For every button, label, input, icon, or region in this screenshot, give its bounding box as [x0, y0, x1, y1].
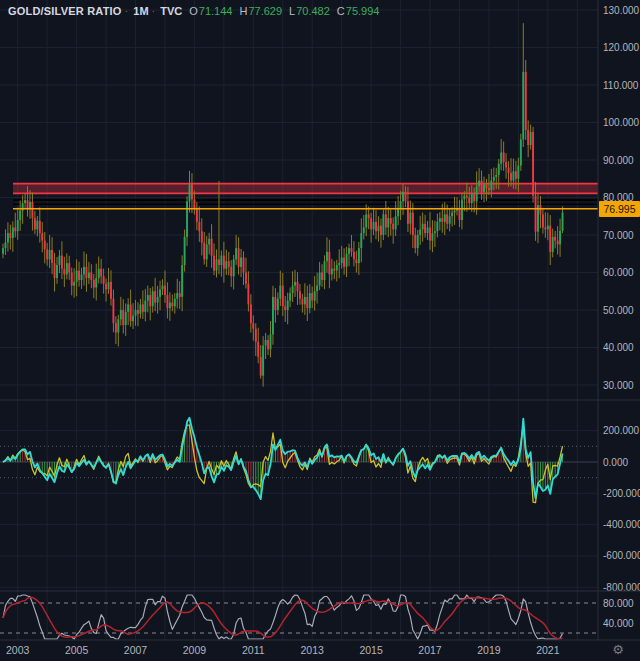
oscillator-axis-tick: -400.000 — [603, 519, 640, 530]
symbol-title[interactable]: GOLD/SILVER RATIO — [8, 5, 122, 17]
price-axis-tick: 40.000 — [603, 342, 634, 353]
interval-label[interactable]: 1M — [133, 5, 148, 17]
open-key: O — [189, 5, 198, 17]
price-axis-tick: 50.000 — [603, 305, 634, 316]
stoch-axis-tick: 80.000 — [603, 598, 634, 609]
price-axis-tick: 130.000 — [603, 5, 640, 16]
low-key: L — [289, 5, 295, 17]
time-axis-year-label: 2003 — [6, 644, 30, 656]
time-axis-year-label: 2007 — [124, 644, 148, 656]
time-axis-year-label: 2013 — [301, 644, 325, 656]
price-axis-tick: 30.000 — [603, 380, 634, 391]
close-value: 75.994 — [346, 5, 380, 17]
oscillator-axis-tick: 200.000 — [603, 425, 640, 436]
time-axis-year-label: 2015 — [359, 644, 383, 656]
time-axis-year-label: 2009 — [183, 644, 207, 656]
price-axis-tick: 70.000 — [603, 230, 634, 241]
close-key: C — [337, 5, 345, 17]
price-axis-tick: 120.000 — [603, 42, 640, 53]
tradingview-chart-window: GOLD/SILVER RATIO·1M·TVCO71.144H77.629L7… — [0, 0, 640, 661]
oscillator-axis-tick: -200.000 — [603, 488, 640, 499]
chart-canvas[interactable]: 130.000120.000110.000100.00090.00080.000… — [0, 0, 640, 661]
price-axis-tick: 110.000 — [603, 80, 639, 91]
stoch-axis-tick: 40.000 — [603, 618, 634, 629]
price-axis-tick: 60.000 — [603, 267, 634, 278]
resistance-zone — [13, 184, 598, 194]
time-axis-year-label: 2019 — [477, 644, 501, 656]
time-axis-year-label: 2005 — [65, 644, 89, 656]
symbol-legend[interactable]: GOLD/SILVER RATIO·1M·TVCO71.144H77.629L7… — [8, 5, 379, 17]
price-line-label: 76.995 — [599, 201, 640, 217]
oscillator-histogram — [5, 418, 562, 499]
price-axis-tick: 90.000 — [603, 155, 634, 166]
oscillator-axis-tick: 0.000 — [603, 457, 628, 468]
exchange-label: TVC — [160, 5, 182, 17]
oscillator-axis-tick: -600.000 — [603, 550, 640, 561]
legend-separator: · — [152, 5, 156, 17]
time-axis-year-label: 2011 — [242, 644, 265, 656]
time-axis-year-label: 2017 — [418, 644, 442, 656]
high-value: 77.629 — [248, 5, 282, 17]
open-value: 71.144 — [199, 5, 233, 17]
high-key: H — [239, 5, 247, 17]
legend-separator: · — [125, 5, 129, 17]
price-axis-tick: 100.000 — [603, 117, 640, 128]
low-value: 70.482 — [296, 5, 330, 17]
time-axis-year-label: 2021 — [536, 644, 560, 656]
settings-gear-icon[interactable]: ⚙ — [608, 641, 628, 659]
